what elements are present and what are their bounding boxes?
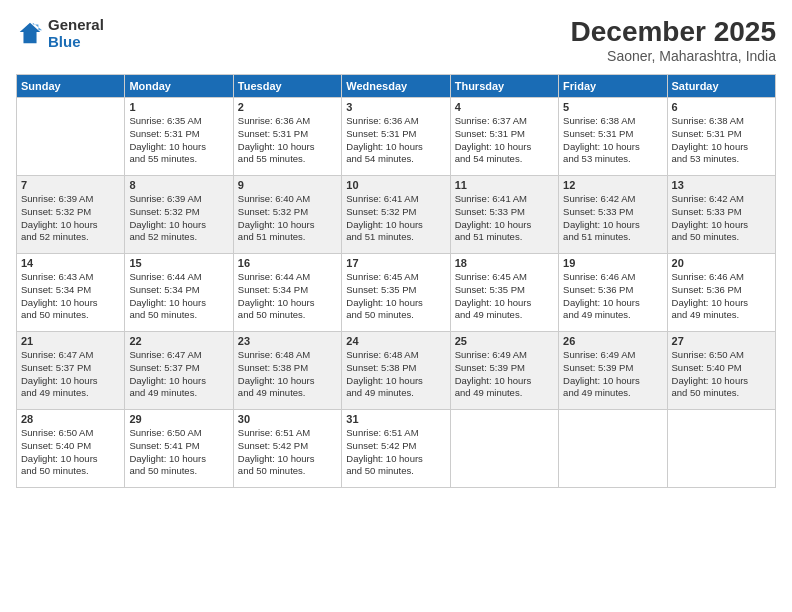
calendar-week-row: 28Sunrise: 6:50 AM Sunset: 5:40 PM Dayli… [17,410,776,488]
calendar-cell: 24Sunrise: 6:48 AM Sunset: 5:38 PM Dayli… [342,332,450,410]
day-number: 25 [455,335,554,347]
calendar-cell [17,98,125,176]
day-number: 14 [21,257,120,269]
day-info: Sunrise: 6:44 AM Sunset: 5:34 PM Dayligh… [238,271,337,322]
day-info: Sunrise: 6:51 AM Sunset: 5:42 PM Dayligh… [346,427,445,478]
day-info: Sunrise: 6:39 AM Sunset: 5:32 PM Dayligh… [129,193,228,244]
calendar-week-row: 14Sunrise: 6:43 AM Sunset: 5:34 PM Dayli… [17,254,776,332]
day-info: Sunrise: 6:46 AM Sunset: 5:36 PM Dayligh… [563,271,662,322]
day-number: 7 [21,179,120,191]
day-info: Sunrise: 6:46 AM Sunset: 5:36 PM Dayligh… [672,271,771,322]
day-info: Sunrise: 6:41 AM Sunset: 5:32 PM Dayligh… [346,193,445,244]
day-number: 20 [672,257,771,269]
calendar-cell: 22Sunrise: 6:47 AM Sunset: 5:37 PM Dayli… [125,332,233,410]
location: Saoner, Maharashtra, India [571,48,776,64]
day-number: 1 [129,101,228,113]
calendar-header-row: SundayMondayTuesdayWednesdayThursdayFrid… [17,75,776,98]
day-number: 17 [346,257,445,269]
calendar-cell [559,410,667,488]
day-info: Sunrise: 6:51 AM Sunset: 5:42 PM Dayligh… [238,427,337,478]
day-number: 24 [346,335,445,347]
month-title: December 2025 [571,16,776,48]
logo-text: General Blue [48,16,104,50]
calendar-header-sunday: Sunday [17,75,125,98]
calendar-cell: 6Sunrise: 6:38 AM Sunset: 5:31 PM Daylig… [667,98,775,176]
calendar-table: SundayMondayTuesdayWednesdayThursdayFrid… [16,74,776,488]
day-number: 3 [346,101,445,113]
day-number: 6 [672,101,771,113]
day-number: 15 [129,257,228,269]
day-info: Sunrise: 6:48 AM Sunset: 5:38 PM Dayligh… [346,349,445,400]
calendar-cell: 5Sunrise: 6:38 AM Sunset: 5:31 PM Daylig… [559,98,667,176]
calendar-cell: 4Sunrise: 6:37 AM Sunset: 5:31 PM Daylig… [450,98,558,176]
calendar-cell: 18Sunrise: 6:45 AM Sunset: 5:35 PM Dayli… [450,254,558,332]
day-number: 4 [455,101,554,113]
calendar-header-monday: Monday [125,75,233,98]
calendar-cell [667,410,775,488]
calendar-cell: 1Sunrise: 6:35 AM Sunset: 5:31 PM Daylig… [125,98,233,176]
day-info: Sunrise: 6:37 AM Sunset: 5:31 PM Dayligh… [455,115,554,166]
day-number: 10 [346,179,445,191]
day-number: 31 [346,413,445,425]
day-number: 13 [672,179,771,191]
calendar-cell: 23Sunrise: 6:48 AM Sunset: 5:38 PM Dayli… [233,332,341,410]
day-number: 18 [455,257,554,269]
calendar-header-thursday: Thursday [450,75,558,98]
calendar-cell: 27Sunrise: 6:50 AM Sunset: 5:40 PM Dayli… [667,332,775,410]
calendar-week-row: 1Sunrise: 6:35 AM Sunset: 5:31 PM Daylig… [17,98,776,176]
calendar-week-row: 7Sunrise: 6:39 AM Sunset: 5:32 PM Daylig… [17,176,776,254]
calendar-cell: 14Sunrise: 6:43 AM Sunset: 5:34 PM Dayli… [17,254,125,332]
day-number: 11 [455,179,554,191]
day-number: 16 [238,257,337,269]
day-number: 26 [563,335,662,347]
calendar-cell: 21Sunrise: 6:47 AM Sunset: 5:37 PM Dayli… [17,332,125,410]
calendar-cell: 10Sunrise: 6:41 AM Sunset: 5:32 PM Dayli… [342,176,450,254]
calendar-cell: 16Sunrise: 6:44 AM Sunset: 5:34 PM Dayli… [233,254,341,332]
day-info: Sunrise: 6:38 AM Sunset: 5:31 PM Dayligh… [563,115,662,166]
calendar-cell: 15Sunrise: 6:44 AM Sunset: 5:34 PM Dayli… [125,254,233,332]
calendar-cell: 20Sunrise: 6:46 AM Sunset: 5:36 PM Dayli… [667,254,775,332]
day-info: Sunrise: 6:42 AM Sunset: 5:33 PM Dayligh… [672,193,771,244]
calendar-cell: 3Sunrise: 6:36 AM Sunset: 5:31 PM Daylig… [342,98,450,176]
calendar-cell: 26Sunrise: 6:49 AM Sunset: 5:39 PM Dayli… [559,332,667,410]
page-container: General Blue December 2025 Saoner, Mahar… [0,0,792,612]
calendar-cell: 19Sunrise: 6:46 AM Sunset: 5:36 PM Dayli… [559,254,667,332]
header: General Blue December 2025 Saoner, Mahar… [16,16,776,64]
calendar-week-row: 21Sunrise: 6:47 AM Sunset: 5:37 PM Dayli… [17,332,776,410]
day-number: 28 [21,413,120,425]
day-info: Sunrise: 6:50 AM Sunset: 5:41 PM Dayligh… [129,427,228,478]
day-number: 12 [563,179,662,191]
day-number: 23 [238,335,337,347]
calendar-cell: 28Sunrise: 6:50 AM Sunset: 5:40 PM Dayli… [17,410,125,488]
calendar-cell: 25Sunrise: 6:49 AM Sunset: 5:39 PM Dayli… [450,332,558,410]
day-number: 22 [129,335,228,347]
day-info: Sunrise: 6:47 AM Sunset: 5:37 PM Dayligh… [21,349,120,400]
calendar-cell: 2Sunrise: 6:36 AM Sunset: 5:31 PM Daylig… [233,98,341,176]
day-info: Sunrise: 6:44 AM Sunset: 5:34 PM Dayligh… [129,271,228,322]
day-info: Sunrise: 6:50 AM Sunset: 5:40 PM Dayligh… [672,349,771,400]
day-info: Sunrise: 6:48 AM Sunset: 5:38 PM Dayligh… [238,349,337,400]
title-area: December 2025 Saoner, Maharashtra, India [571,16,776,64]
day-info: Sunrise: 6:45 AM Sunset: 5:35 PM Dayligh… [455,271,554,322]
calendar-cell: 13Sunrise: 6:42 AM Sunset: 5:33 PM Dayli… [667,176,775,254]
day-info: Sunrise: 6:45 AM Sunset: 5:35 PM Dayligh… [346,271,445,322]
day-number: 8 [129,179,228,191]
calendar-cell: 9Sunrise: 6:40 AM Sunset: 5:32 PM Daylig… [233,176,341,254]
day-number: 19 [563,257,662,269]
day-info: Sunrise: 6:36 AM Sunset: 5:31 PM Dayligh… [238,115,337,166]
day-info: Sunrise: 6:50 AM Sunset: 5:40 PM Dayligh… [21,427,120,478]
day-number: 27 [672,335,771,347]
day-info: Sunrise: 6:36 AM Sunset: 5:31 PM Dayligh… [346,115,445,166]
day-info: Sunrise: 6:47 AM Sunset: 5:37 PM Dayligh… [129,349,228,400]
calendar-cell: 11Sunrise: 6:41 AM Sunset: 5:33 PM Dayli… [450,176,558,254]
calendar-header-tuesday: Tuesday [233,75,341,98]
day-info: Sunrise: 6:41 AM Sunset: 5:33 PM Dayligh… [455,193,554,244]
logo: General Blue [16,16,104,50]
calendar-cell: 12Sunrise: 6:42 AM Sunset: 5:33 PM Dayli… [559,176,667,254]
day-info: Sunrise: 6:35 AM Sunset: 5:31 PM Dayligh… [129,115,228,166]
calendar-cell [450,410,558,488]
calendar-header-wednesday: Wednesday [342,75,450,98]
day-info: Sunrise: 6:49 AM Sunset: 5:39 PM Dayligh… [563,349,662,400]
calendar-cell: 31Sunrise: 6:51 AM Sunset: 5:42 PM Dayli… [342,410,450,488]
day-number: 5 [563,101,662,113]
